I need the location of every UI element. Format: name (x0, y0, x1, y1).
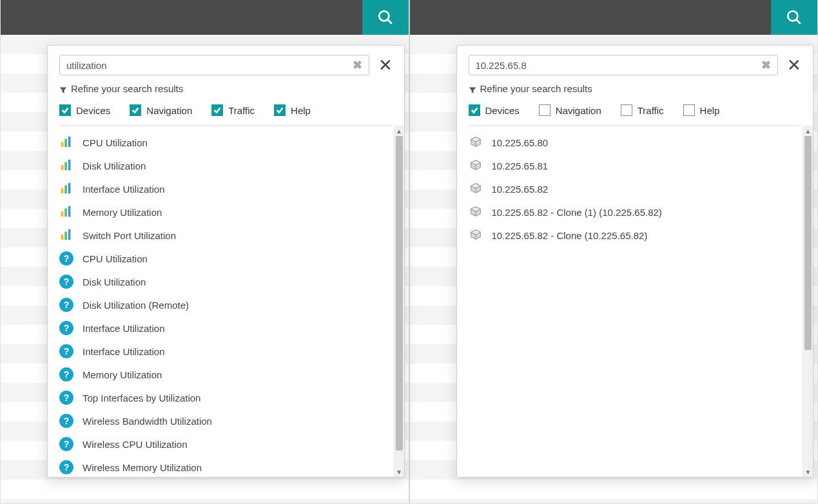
result-label: 10.225.65.82 - Clone (10.225.65.82) (492, 230, 648, 241)
result-label: Switch Port Utilization (83, 230, 176, 241)
result-label: 10.225.65.81 (492, 160, 549, 171)
result-item[interactable]: 10.225.65.81 (469, 154, 803, 177)
help-icon: ? (59, 344, 73, 358)
search-icon (377, 9, 394, 26)
scrollbar-down-icon[interactable]: ▼ (803, 467, 813, 477)
result-item[interactable]: ?Wireless Bandwidth Utilization (59, 409, 394, 432)
search-box[interactable]: ✖ (59, 55, 369, 75)
scrollbar-thumb[interactable] (396, 136, 403, 451)
search-dropdown: ✖ ✕ Refine your search results DevicesNa… (456, 45, 814, 478)
svg-rect-9 (64, 185, 67, 193)
filter-label: Navigation (146, 105, 192, 116)
refine-label: Refine your search results (59, 83, 393, 94)
result-item[interactable]: ?Memory Utilization (59, 363, 394, 386)
result-item[interactable]: ?Wireless CPU Utilization (59, 432, 394, 456)
checkbox-icon (683, 104, 695, 116)
svg-point-0 (379, 11, 389, 21)
help-icon: ? (59, 460, 73, 474)
result-label: Disk Utilization (83, 276, 146, 287)
checkbox-icon (621, 104, 632, 116)
help-icon: ? (59, 414, 73, 428)
search-input[interactable] (65, 59, 351, 72)
result-label: 10.225.65.80 (492, 137, 549, 148)
scrollbar-up-icon[interactable]: ▲ (803, 126, 813, 136)
svg-rect-10 (68, 182, 71, 193)
results-scrollbar[interactable]: ▲ ▼ (394, 126, 404, 477)
filter-traffic[interactable]: Traffic (211, 104, 255, 116)
filter-devices[interactable]: Devices (59, 104, 110, 116)
close-icon[interactable]: ✕ (787, 57, 801, 73)
checkbox-icon (211, 104, 223, 116)
chart-icon (59, 181, 73, 197)
scrollbar-thumb[interactable] (804, 136, 812, 350)
result-label: Wireless Memory Utilization (83, 462, 202, 473)
checkbox-icon (130, 104, 141, 116)
search-icon (786, 9, 803, 26)
filter-traffic[interactable]: Traffic (621, 104, 664, 116)
result-item[interactable]: 10.225.65.82 (469, 177, 803, 200)
result-label: CPU Utilization (83, 137, 148, 148)
checkbox-icon (469, 104, 480, 116)
checkbox-icon (274, 104, 286, 116)
refine-label: Refine your search results (469, 83, 802, 94)
clear-search-icon[interactable]: ✖ (760, 58, 772, 72)
svg-point-17 (788, 11, 797, 21)
result-item[interactable]: ?Disk Utilization (59, 270, 394, 293)
result-label: Disk Utilization (Remote) (83, 300, 189, 311)
result-label: Top Interfaces by Utilization (83, 393, 200, 403)
filter-help[interactable]: Help (683, 104, 720, 116)
checkbox-icon (59, 104, 71, 116)
result-item[interactable]: ?Interface Utilization (59, 340, 394, 363)
result-label: Interface Utilization (83, 323, 165, 334)
svg-line-1 (387, 20, 391, 24)
result-item[interactable]: 10.225.65.80 (469, 131, 803, 154)
result-item[interactable]: Disk Utilization (59, 154, 394, 177)
filter-navigation[interactable]: Navigation (130, 104, 192, 116)
header-bar (1, 0, 409, 35)
scrollbar-down-icon[interactable]: ▼ (394, 467, 404, 477)
result-item[interactable]: Interface Utilization (59, 177, 394, 200)
header-bar (410, 0, 818, 35)
svg-rect-11 (61, 211, 64, 217)
filter-label: Navigation (556, 105, 601, 116)
result-item[interactable]: Memory Utilization (59, 200, 394, 224)
help-icon: ? (59, 437, 73, 451)
filter-navigation[interactable]: Navigation (539, 104, 601, 116)
device-icon (469, 181, 483, 197)
refine-text: Refine your search results (71, 83, 183, 94)
clear-search-icon[interactable]: ✖ (351, 58, 364, 72)
search-box[interactable]: ✖ (469, 55, 779, 75)
search-toggle-button[interactable] (362, 0, 409, 35)
result-item[interactable]: ?CPU Utilization (59, 247, 394, 270)
result-item[interactable]: 10.225.65.82 - Clone (1) (10.225.65.82) (469, 200, 803, 224)
help-icon: ? (59, 391, 73, 405)
result-item[interactable]: ?Disk Utilization (Remote) (59, 293, 394, 316)
result-item[interactable]: CPU Utilization (59, 131, 394, 154)
result-item[interactable]: ?Top Interfaces by Utilization (59, 386, 394, 409)
svg-rect-8 (61, 188, 64, 193)
close-icon[interactable]: ✕ (378, 57, 393, 73)
svg-rect-5 (61, 165, 64, 170)
result-label: Wireless Bandwidth Utilization (83, 416, 212, 427)
result-label: Memory Utilization (83, 207, 162, 218)
device-icon (469, 135, 483, 151)
result-item[interactable]: ?Wireless Memory Utilization (59, 456, 394, 477)
results-scrollbar[interactable]: ▲ ▼ (803, 126, 813, 477)
search-input[interactable] (474, 59, 761, 72)
result-label: Interface Utilization (83, 346, 165, 357)
filter-devices[interactable]: Devices (469, 104, 520, 116)
result-item[interactable]: 10.225.65.82 - Clone (10.225.65.82) (469, 224, 803, 247)
result-item[interactable]: Switch Port Utilization (59, 224, 394, 247)
chart-icon (59, 158, 73, 174)
filter-help[interactable]: Help (274, 104, 311, 116)
result-label: Memory Utilization (83, 369, 162, 380)
scrollbar-up-icon[interactable]: ▲ (394, 126, 404, 136)
svg-line-18 (797, 20, 801, 24)
refine-text: Refine your search results (480, 83, 592, 94)
result-label: 10.225.65.82 - Clone (1) (10.225.65.82) (492, 207, 662, 218)
search-toggle-button[interactable] (771, 0, 817, 35)
result-label: Interface Utilization (83, 184, 165, 195)
svg-rect-4 (68, 136, 71, 147)
result-item[interactable]: ?Interface Utilization (59, 316, 394, 340)
filter-label: Help (291, 105, 311, 116)
